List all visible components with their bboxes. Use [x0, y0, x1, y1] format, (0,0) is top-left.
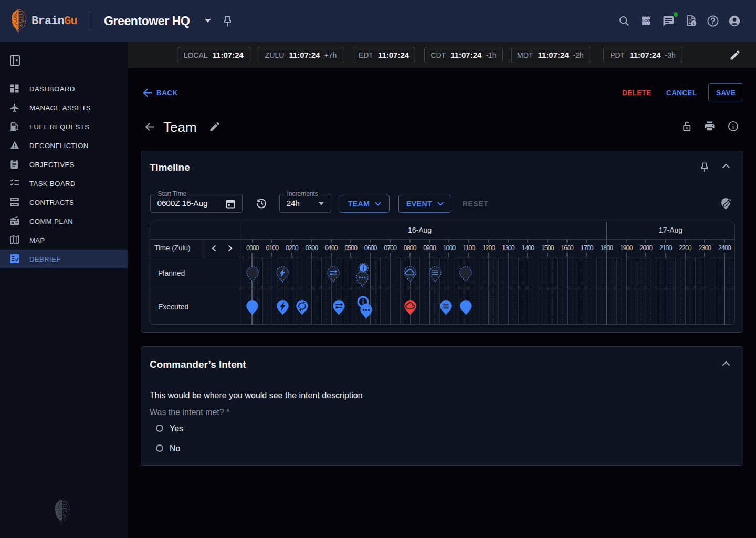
svg-text:LOG: LOG — [642, 18, 650, 23]
